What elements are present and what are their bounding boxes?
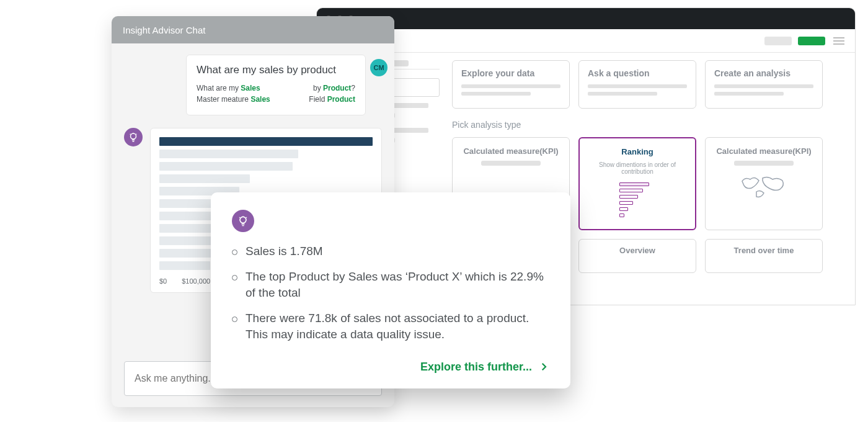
- placeholder-line: [734, 161, 794, 166]
- explore-further-link[interactable]: Explore this further...: [420, 361, 532, 374]
- analysis-card-ranking[interactable]: Ranking Show dimentions in order of cont…: [578, 137, 696, 230]
- axis-tick: $100,000: [182, 277, 210, 285]
- assistant-avatar: [124, 128, 143, 146]
- chat-title: Insight Advisor Chat: [123, 25, 205, 35]
- chart-bar: [159, 137, 373, 146]
- query-text: What are my sales by product: [197, 64, 355, 76]
- toolbar-action-button[interactable]: [798, 37, 825, 45]
- chart-bar: [159, 249, 213, 258]
- insight-bullet: Sales is 1.78M: [232, 243, 549, 260]
- assistant-avatar: [232, 210, 254, 232]
- placeholder-line: [714, 92, 784, 96]
- axis-tick: $0: [159, 277, 167, 285]
- insight-bullet: The top Product by Sales was ‘Product X’…: [232, 269, 549, 302]
- analysis-card-title: Trend over time: [712, 246, 816, 255]
- chart-bar: [159, 162, 293, 171]
- explore-data-card[interactable]: Explore your data: [452, 60, 570, 109]
- chart-bar: [159, 174, 250, 183]
- insight-bullet: There were 71.8k of sales not associated…: [232, 310, 549, 343]
- analysis-card-overview[interactable]: Overview: [578, 239, 696, 273]
- lightbulb-icon: [128, 132, 139, 143]
- placeholder-line: [461, 84, 560, 88]
- create-analysis-card[interactable]: Create an analysis: [705, 60, 823, 109]
- analysis-card-trend[interactable]: Trend over time: [705, 239, 823, 273]
- user-avatar: CM: [370, 59, 388, 76]
- placeholder-line: [714, 84, 813, 88]
- chart-bar: [159, 150, 298, 158]
- analysis-card-subtitle: Show dimentions in order of contribution: [588, 161, 686, 175]
- card-title: Ask a question: [588, 68, 687, 78]
- analysis-card-title: Calculated measure(KPI): [714, 146, 813, 156]
- chat-header: Insight Advisor Chat: [112, 16, 394, 43]
- query-parse-row[interactable]: Master meature SalesField Product: [197, 95, 355, 104]
- placeholder-line: [588, 92, 657, 96]
- top-action-cards: Explore your data Ask a question Create …: [452, 60, 844, 109]
- analysis-card-title: Calculated measure(KPI): [461, 146, 560, 156]
- browser-toolbar: [317, 29, 855, 53]
- insight-popover: Sales is 1.78MThe top Product by Sales w…: [211, 192, 570, 388]
- analysis-card-map[interactable]: Calculated measure(KPI): [705, 137, 823, 230]
- chevron-right-icon: [538, 361, 549, 372]
- analysis-card-title: Overview: [585, 246, 689, 255]
- toolbar-placeholder: [764, 37, 792, 45]
- chart-bar: [159, 236, 218, 245]
- lightbulb-icon: [237, 215, 249, 227]
- placeholder-line: [588, 84, 687, 88]
- world-map-icon: [739, 172, 789, 203]
- user-query-card: CM What are my sales by product What are…: [186, 55, 366, 115]
- insight-bullet-list: Sales is 1.78MThe top Product by Sales w…: [232, 243, 549, 343]
- placeholder-line: [481, 161, 541, 166]
- ask-question-card[interactable]: Ask a question: [578, 60, 696, 109]
- card-title: Create an analysis: [714, 68, 813, 78]
- ranking-icon: [619, 182, 655, 217]
- pick-analysis-label: Pick analysis type: [452, 120, 844, 130]
- browser-titlebar: [317, 8, 855, 29]
- svg-point-1: [240, 217, 246, 223]
- placeholder-line: [461, 92, 531, 96]
- card-title: Explore your data: [461, 68, 560, 78]
- analysis-card-title: Ranking: [588, 147, 686, 156]
- svg-point-0: [131, 133, 136, 139]
- query-parse-row[interactable]: What are my Salesby Product?: [197, 84, 355, 92]
- hamburger-icon[interactable]: [831, 35, 846, 47]
- chart-bar: [159, 261, 210, 270]
